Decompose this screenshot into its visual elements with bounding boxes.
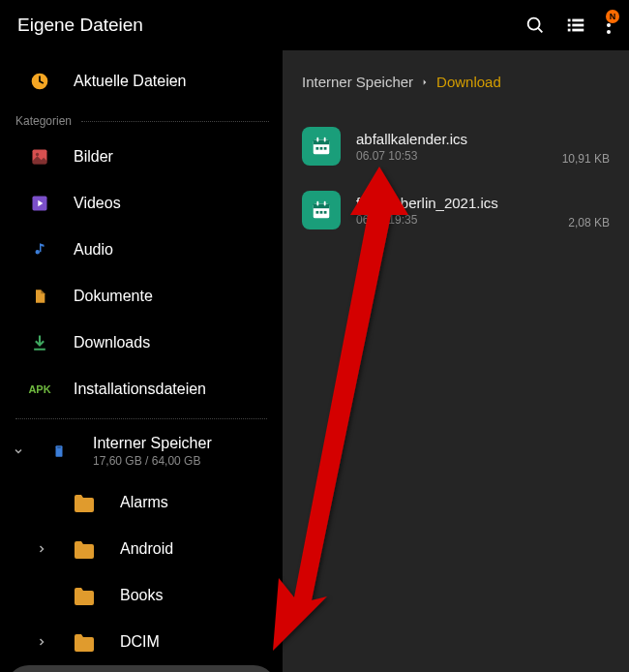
sidebar: Aktuelle Dateien Kategorien Bilder Video… xyxy=(0,50,283,672)
svg-rect-27 xyxy=(324,201,326,206)
folder-icon xyxy=(72,585,97,606)
app-header: Eigene Dateien xyxy=(0,0,629,50)
video-icon xyxy=(29,193,50,214)
file-date: 06.07 19:35 xyxy=(356,213,553,227)
sidebar-folder-books[interactable]: Books xyxy=(0,572,283,619)
svg-point-13 xyxy=(36,153,39,156)
breadcrumb-current: Download xyxy=(436,74,501,90)
sidebar-item-downloads[interactable]: Downloads xyxy=(0,320,283,366)
svg-point-0 xyxy=(528,18,540,30)
clock-icon xyxy=(29,71,50,92)
sidebar-item-label: Interner Speicher xyxy=(93,435,212,452)
svg-rect-22 xyxy=(320,147,323,150)
svg-rect-26 xyxy=(316,201,318,206)
svg-line-1 xyxy=(538,28,542,32)
file-name: abfallkalender.ics xyxy=(356,131,547,147)
list-view-icon xyxy=(565,15,586,36)
file-date: 06.07 10:53 xyxy=(356,149,547,163)
sidebar-item-internal-storage[interactable]: Interner Speicher 17,60 GB / 64,00 GB xyxy=(0,423,283,479)
more-options-button[interactable] xyxy=(606,15,612,35)
sidebar-item-label: Videos xyxy=(74,195,121,212)
sidebar-folder-dcim[interactable]: DCIM xyxy=(0,619,283,665)
sidebar-item-audio[interactable]: Audio xyxy=(0,227,283,273)
sidebar-item-videos[interactable]: Videos xyxy=(0,180,283,227)
file-name: ferien_berlin_2021.ics xyxy=(356,195,553,211)
chevron-right-icon xyxy=(35,636,48,648)
svg-rect-18 xyxy=(314,140,330,145)
sidebar-item-documents[interactable]: Dokumente xyxy=(0,273,283,320)
section-header-categories: Kategorien xyxy=(0,105,283,134)
sidebar-item-recent[interactable]: Aktuelle Dateien xyxy=(0,58,283,105)
svg-rect-6 xyxy=(572,24,584,27)
search-icon xyxy=(524,15,546,36)
svg-rect-30 xyxy=(324,211,327,214)
svg-rect-2 xyxy=(568,19,571,22)
svg-rect-3 xyxy=(568,24,571,27)
sidebar-item-label: Books xyxy=(120,587,163,604)
file-size: 10,91 KB xyxy=(562,152,610,166)
sidebar-folder-alarms[interactable]: Alarms xyxy=(0,479,283,526)
sidebar-item-label: Aktuelle Dateien xyxy=(74,73,187,90)
svg-rect-29 xyxy=(320,211,323,214)
view-toggle-button[interactable] xyxy=(565,15,586,36)
storage-icon xyxy=(48,441,70,462)
sidebar-item-apk[interactable]: APK Installationsdateien xyxy=(0,366,283,412)
sidebar-item-label: Alarms xyxy=(120,494,168,511)
section-label: Kategorien xyxy=(15,114,72,128)
breadcrumb-parent[interactable]: Interner Speicher xyxy=(302,74,413,90)
sidebar-item-label: Android xyxy=(120,540,173,558)
svg-rect-20 xyxy=(324,137,326,142)
sidebar-item-label: Downloads xyxy=(74,334,150,351)
file-size: 2,08 KB xyxy=(568,216,610,229)
image-icon xyxy=(29,146,50,168)
sidebar-item-images[interactable]: Bilder xyxy=(0,134,283,180)
svg-rect-28 xyxy=(316,211,319,214)
svg-rect-21 xyxy=(316,147,319,150)
folder-icon xyxy=(72,631,97,653)
svg-point-10 xyxy=(607,30,611,34)
more-vertical-icon xyxy=(606,15,612,35)
svg-rect-16 xyxy=(57,446,61,448)
svg-rect-23 xyxy=(324,147,327,150)
divider xyxy=(15,418,267,419)
sidebar-folder-android[interactable]: Android xyxy=(0,526,283,572)
apk-icon: APK xyxy=(29,379,50,400)
folder-icon xyxy=(72,492,97,513)
svg-rect-7 xyxy=(572,29,584,32)
header-actions xyxy=(524,15,612,36)
svg-rect-19 xyxy=(316,137,318,142)
chevron-right-icon xyxy=(35,543,48,555)
svg-rect-25 xyxy=(314,204,330,209)
breadcrumb-separator-icon xyxy=(421,77,429,87)
app-title: Eigene Dateien xyxy=(17,15,143,36)
search-button[interactable] xyxy=(524,15,546,36)
sidebar-item-label: Installationsdateien xyxy=(74,381,206,398)
divider xyxy=(81,121,269,122)
download-icon xyxy=(29,332,50,353)
svg-rect-4 xyxy=(568,29,571,32)
calendar-file-icon xyxy=(302,127,341,166)
storage-usage: 17,60 GB / 64,00 GB xyxy=(93,454,212,468)
sidebar-item-label: Dokumente xyxy=(74,288,153,305)
svg-point-9 xyxy=(607,23,611,27)
folder-icon xyxy=(72,538,97,560)
sidebar-item-label: DCIM xyxy=(120,633,160,651)
file-row[interactable]: abfallkalender.ics 06.07 10:53 10,91 KB xyxy=(302,119,610,173)
breadcrumb: Interner Speicher Download xyxy=(302,74,610,90)
svg-rect-5 xyxy=(572,19,584,22)
svg-point-8 xyxy=(607,16,611,20)
audio-icon xyxy=(29,239,50,260)
chevron-down-icon xyxy=(12,445,25,457)
document-icon xyxy=(29,286,50,307)
calendar-file-icon xyxy=(302,191,341,229)
sidebar-item-label: Audio xyxy=(74,241,113,259)
file-row[interactable]: ferien_berlin_2021.ics 06.07 19:35 2,08 … xyxy=(302,183,610,237)
sidebar-folder-download[interactable]: Download xyxy=(6,665,277,672)
sidebar-item-label: Bilder xyxy=(74,148,113,166)
main-content: Interner Speicher Download abfallkalende… xyxy=(283,50,629,672)
